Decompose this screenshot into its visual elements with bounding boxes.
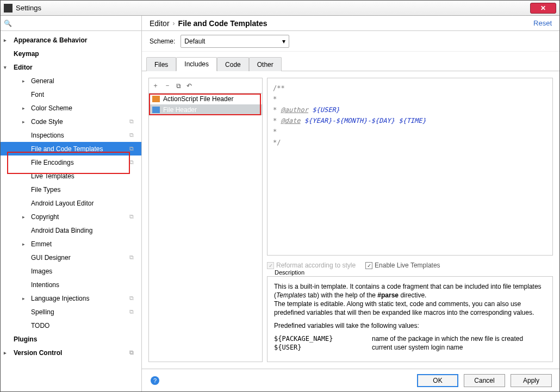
- sidebar-item-label: Font: [31, 91, 44, 98]
- help-icon[interactable]: ?: [151, 376, 159, 385]
- template-editor[interactable]: /** * * @author ${USER} * @date ${YEAR}-…: [267, 78, 553, 256]
- as-icon: [152, 96, 160, 102]
- sidebar-item-label: Inspections: [31, 132, 64, 139]
- sidebar-item-images[interactable]: Images: [1, 264, 141, 278]
- scope-icon: ⧉: [129, 132, 134, 139]
- includes-list[interactable]: ActionScript File HeaderFile Header: [149, 94, 262, 362]
- sidebar-item-appearance-behavior[interactable]: ▸Appearance & Behavior: [1, 33, 141, 47]
- titlebar: Settings ✕: [1, 1, 559, 16]
- sidebar-item-color-scheme[interactable]: ▸Color Scheme: [1, 101, 141, 115]
- copy-icon[interactable]: ⧉: [176, 82, 181, 90]
- description-paragraph: The template is editable. Along with sta…: [274, 300, 546, 317]
- sidebar-item-keymap[interactable]: Keymap: [1, 47, 141, 60]
- content-area: ＋ － ⧉ ↶ ActionScript File HeaderFile Hea…: [142, 71, 559, 369]
- sidebar-item-todo[interactable]: TODO: [1, 319, 141, 332]
- description-legend: Description: [272, 269, 307, 276]
- sidebar-item-font[interactable]: Font: [1, 88, 141, 101]
- sidebar-item-label: Version Control: [14, 349, 62, 357]
- sidebar-item-gui-designer[interactable]: GUI Designer⧉: [1, 251, 141, 264]
- sidebar: 🔍 ▸Appearance & BehaviorKeymap▾Editor▸Ge…: [1, 16, 142, 391]
- chevron-right-icon: ›: [173, 20, 175, 27]
- chevron-right-icon: ▸: [4, 350, 9, 356]
- checkbox-icon: ✓: [365, 262, 372, 269]
- sidebar-item-label: Live Templates: [31, 172, 74, 180]
- settings-tree[interactable]: ▸Appearance & BehaviorKeymap▾Editor▸Gene…: [1, 31, 141, 391]
- scheme-row: Scheme: Default ▾: [142, 31, 559, 52]
- breadcrumb-leaf: File and Code Templates: [178, 19, 267, 28]
- undo-icon[interactable]: ↶: [186, 82, 192, 90]
- sidebar-item-file-encodings[interactable]: File Encodings⧉: [1, 155, 141, 169]
- sidebar-item-language-injections[interactable]: ▸Language Injections⧉: [1, 291, 141, 305]
- search-icon: 🔍: [4, 20, 12, 27]
- close-button[interactable]: ✕: [530, 3, 556, 14]
- variable-table: ${PACKAGE_NAME}name of the package in wh…: [274, 334, 546, 352]
- scheme-select[interactable]: Default ▾: [181, 35, 289, 48]
- sidebar-item-android-layout-editor[interactable]: Android Layout Editor: [1, 196, 141, 210]
- options-row: ✓ Reformat according to style ✓ Enable L…: [267, 258, 553, 273]
- include-item-actionscript-file-header[interactable]: ActionScript File Header: [149, 94, 262, 104]
- reset-link[interactable]: Reset: [533, 19, 552, 27]
- chevron-right-icon: ▸: [4, 38, 9, 43]
- search-bar: 🔍: [1, 16, 141, 31]
- includes-panel: ＋ － ⧉ ↶ ActionScript File HeaderFile Hea…: [148, 78, 263, 362]
- sidebar-item-intentions[interactable]: Intentions: [1, 278, 141, 291]
- sidebar-item-emmet[interactable]: ▸Emmet: [1, 237, 141, 251]
- include-item-label: File Header: [163, 106, 197, 114]
- live-templates-checkbox[interactable]: ✓ Enable Live Templates: [365, 262, 440, 269]
- chevron-right-icon: ▸: [22, 241, 28, 247]
- add-icon[interactable]: ＋: [152, 81, 159, 90]
- tab-includes[interactable]: Includes: [176, 57, 217, 71]
- ok-button[interactable]: OK: [417, 374, 458, 387]
- chevron-down-icon: ▾: [4, 65, 9, 70]
- tab-files[interactable]: Files: [146, 57, 176, 71]
- sidebar-item-code-style[interactable]: ▸Code Style⧉: [1, 115, 141, 128]
- sidebar-item-label: Emmet: [31, 240, 52, 248]
- sidebar-item-label: Android Layout Editor: [31, 200, 94, 207]
- search-input[interactable]: [14, 20, 138, 27]
- scope-icon: ⧉: [129, 145, 134, 152]
- variable-name: ${USER}: [274, 343, 372, 352]
- code-line: /**: [273, 84, 285, 92]
- chevron-right-icon: ▸: [22, 105, 28, 111]
- scheme-label: Scheme:: [150, 38, 175, 45]
- checkbox-icon: ✓: [267, 262, 274, 269]
- sidebar-item-version-control[interactable]: ▸Version Control⧉: [1, 346, 141, 359]
- sidebar-item-editor[interactable]: ▾Editor: [1, 60, 141, 74]
- sidebar-item-label: Android Data Binding: [31, 227, 92, 234]
- sidebar-item-label: File Encodings: [31, 159, 74, 166]
- sidebar-item-spelling[interactable]: Spelling⧉: [1, 305, 141, 319]
- sidebar-item-label: Appearance & Behavior: [14, 36, 87, 44]
- sidebar-item-android-data-binding[interactable]: Android Data Binding: [1, 223, 141, 237]
- sidebar-item-label: Keymap: [14, 50, 39, 58]
- sidebar-item-copyright[interactable]: ▸Copyright⧉: [1, 210, 141, 223]
- cancel-button[interactable]: Cancel: [464, 374, 505, 387]
- description-paragraph: Predefined variables will take the follo…: [274, 321, 546, 330]
- breadcrumb-root: Editor: [150, 19, 170, 28]
- fh-icon: [152, 107, 160, 113]
- window-title: Settings: [16, 4, 530, 12]
- sidebar-item-general[interactable]: ▸General: [1, 74, 141, 88]
- code-line: *: [273, 117, 281, 125]
- tab-code[interactable]: Code: [217, 57, 249, 71]
- sidebar-item-label: File and Code Templates: [31, 145, 103, 153]
- code-var: ${USER}: [308, 106, 340, 114]
- code-var: ${YEAR}-${MONTH}-${DAY} ${TIME}: [301, 117, 426, 125]
- include-item-label: ActionScript File Header: [163, 95, 233, 103]
- breadcrumb: Editor › File and Code Templates Reset: [142, 16, 559, 31]
- sidebar-item-label: GUI Designer: [31, 254, 71, 262]
- tab-other[interactable]: Other: [249, 57, 282, 71]
- sidebar-item-file-types[interactable]: File Types: [1, 183, 141, 196]
- includes-toolbar: ＋ － ⧉ ↶: [149, 78, 262, 94]
- sidebar-item-label: TODO: [31, 322, 49, 329]
- sidebar-item-plugins[interactable]: Plugins: [1, 332, 141, 346]
- include-item-file-header[interactable]: File Header: [149, 104, 262, 115]
- sidebar-item-label: Copyright: [31, 213, 59, 221]
- sidebar-item-inspections[interactable]: Inspections⧉: [1, 128, 141, 142]
- sidebar-item-live-templates[interactable]: Live Templates: [1, 169, 141, 183]
- sidebar-item-label: Code Style: [31, 118, 63, 126]
- scope-icon: ⧉: [129, 118, 134, 125]
- sidebar-item-file-and-code-templates[interactable]: File and Code Templates⧉: [1, 142, 141, 155]
- remove-icon[interactable]: －: [164, 81, 171, 90]
- apply-button[interactable]: Apply: [511, 374, 552, 387]
- variable-row: ${PACKAGE_NAME}name of the package in wh…: [274, 334, 546, 343]
